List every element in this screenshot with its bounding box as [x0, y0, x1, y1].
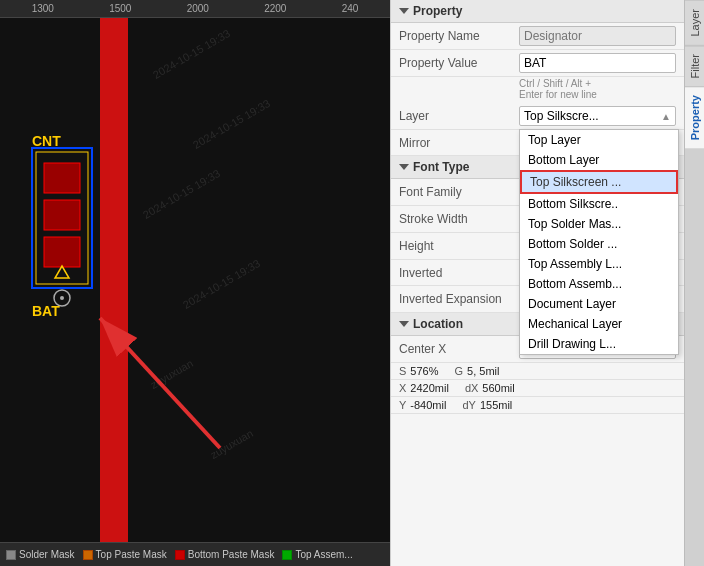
- canvas-content[interactable]: 2024-10-15 19:33 2024-10-15 19:33 2024-1…: [0, 18, 390, 542]
- property-value-value: [519, 53, 676, 73]
- ruler-mark: 2200: [264, 3, 286, 14]
- property-panel: Property Property Name Property Value Ct…: [390, 0, 684, 566]
- x-dx-row: X 2420mil dX 560mil: [391, 380, 684, 397]
- layer-dot: [6, 550, 16, 560]
- property-section-header: Property: [391, 0, 684, 23]
- dy-cell: dY 155mil: [462, 399, 512, 411]
- chevron-down-icon: ▲: [661, 111, 671, 122]
- x-key: X: [399, 382, 406, 394]
- ruler-top: 1300 1500 2000 2200 240: [0, 0, 390, 18]
- dropdown-item-mechanical-layer[interactable]: Mechanical Layer: [520, 314, 678, 334]
- property-name-value: [519, 26, 676, 46]
- collapse-icon[interactable]: [399, 321, 409, 327]
- s-g-row: S 576% G 5, 5mil: [391, 363, 684, 380]
- center-x-label: Center X: [399, 342, 519, 356]
- bottom-status-bar: Solder Mask Top Paste Mask Bottom Paste …: [0, 542, 390, 566]
- mirror-label: Mirror: [399, 136, 519, 150]
- g-cell: G 5, 5mil: [454, 365, 499, 377]
- property-section-label: Property: [413, 4, 462, 18]
- layer-label: Top Paste Mask: [96, 549, 167, 560]
- property-name-row: Property Name: [391, 23, 684, 50]
- dropdown-item-top-solder-mask[interactable]: Top Solder Mas...: [520, 214, 678, 234]
- s-cell: S 576%: [399, 365, 438, 377]
- layer-dot: [175, 550, 185, 560]
- dropdown-item-document-layer[interactable]: Document Layer: [520, 294, 678, 314]
- keyboard-hint: Ctrl / Shift / Alt +Enter for new line: [391, 77, 684, 103]
- collapse-icon[interactable]: [399, 8, 409, 14]
- tab-filter-label: Filter: [689, 54, 701, 78]
- x-val: 2420mil: [410, 382, 449, 394]
- tab-property-label: Property: [689, 95, 701, 140]
- y-dy-row: Y -840mil dY 155mil: [391, 397, 684, 414]
- layer-label: Layer: [399, 109, 519, 123]
- ruler-mark: 1300: [32, 3, 54, 14]
- y-key: Y: [399, 399, 406, 411]
- property-value-input[interactable]: [519, 53, 676, 73]
- height-label: Height: [399, 239, 519, 253]
- dropdown-item-bottom-layer[interactable]: Bottom Layer: [520, 150, 678, 170]
- layer-dropdown[interactable]: Top Silkscre... ▲: [519, 106, 676, 126]
- svg-rect-4: [44, 237, 80, 267]
- dx-val: 560mil: [482, 382, 514, 394]
- property-name-label: Property Name: [399, 29, 519, 43]
- dropdown-item-bottom-silkscreen[interactable]: Bottom Silkscre..: [520, 194, 678, 214]
- y-val: -840mil: [410, 399, 446, 411]
- x-cell: X 2420mil: [399, 382, 449, 394]
- layer-label: Bottom Paste Mask: [188, 549, 275, 560]
- layer-dropdown-value: Top Silkscre...: [524, 109, 599, 123]
- y-cell: Y -840mil: [399, 399, 446, 411]
- dropdown-item-top-layer[interactable]: Top Layer: [520, 130, 678, 150]
- ruler-mark: 240: [342, 3, 359, 14]
- property-value-label: Property Value: [399, 56, 519, 70]
- dropdown-item-top-silkscreen[interactable]: Top Silkscreen ...: [520, 170, 678, 194]
- tab-filter[interactable]: Filter: [685, 45, 704, 86]
- side-tabs: Layer Filter Property: [684, 0, 704, 566]
- layer-dot: [83, 550, 93, 560]
- dropdown-item-top-assembly[interactable]: Top Assembly L...: [520, 254, 678, 274]
- property-value-row: Property Value: [391, 50, 684, 77]
- tab-property[interactable]: Property: [685, 86, 704, 148]
- dx-cell: dX 560mil: [465, 382, 515, 394]
- property-name-input[interactable]: [519, 26, 676, 46]
- font-type-label: Font Type: [413, 160, 469, 174]
- dy-val: 155mil: [480, 399, 512, 411]
- tab-layer[interactable]: Layer: [685, 0, 704, 45]
- inverted-label: Inverted: [399, 266, 519, 280]
- tab-layer-label: Layer: [689, 9, 701, 37]
- collapse-icon[interactable]: [399, 164, 409, 170]
- layer-dot: [282, 550, 292, 560]
- layer-label: Solder Mask: [19, 549, 75, 560]
- layer-dropdown-menu: Top Layer Bottom Layer Top Silkscreen ..…: [519, 129, 679, 355]
- inverted-expansion-label: Inverted Expansion: [399, 292, 519, 306]
- canvas-area: 1300 1500 2000 2200 240 2024-10-15 19:33…: [0, 0, 390, 566]
- pcb-svg: [0, 18, 390, 542]
- g-val: 5, 5mil: [467, 365, 499, 377]
- bottom-item-solder-mask: Solder Mask: [6, 549, 75, 560]
- s-val: 576%: [410, 365, 438, 377]
- ruler-marks: 1300 1500 2000 2200 240: [4, 3, 386, 14]
- cnt-label: CNT: [32, 133, 61, 149]
- right-panel: Property Property Name Property Value Ct…: [390, 0, 704, 566]
- bottom-item-top-paste: Top Paste Mask: [83, 549, 167, 560]
- bottom-item-bottom-paste: Bottom Paste Mask: [175, 549, 275, 560]
- ruler-mark: 2000: [187, 3, 209, 14]
- font-family-label: Font Family: [399, 185, 519, 199]
- dropdown-item-bottom-assembly[interactable]: Bottom Assemb...: [520, 274, 678, 294]
- stroke-width-label: Stroke Width: [399, 212, 519, 226]
- dropdown-item-bottom-solder[interactable]: Bottom Solder ...: [520, 234, 678, 254]
- svg-point-6: [60, 296, 64, 300]
- dx-key: dX: [465, 382, 478, 394]
- dy-key: dY: [462, 399, 475, 411]
- ruler-mark: 1500: [109, 3, 131, 14]
- svg-rect-3: [44, 200, 80, 230]
- bottom-item-top-assem: Top Assem...: [282, 549, 352, 560]
- layer-row: Layer Top Silkscre... ▲ Top Layer Bottom…: [391, 103, 684, 130]
- s-key: S: [399, 365, 406, 377]
- dropdown-item-drill-drawing[interactable]: Drill Drawing L...: [520, 334, 678, 354]
- svg-marker-7: [55, 266, 69, 278]
- layer-label: Top Assem...: [295, 549, 352, 560]
- bat-label: BAT: [32, 303, 60, 319]
- svg-rect-2: [44, 163, 80, 193]
- g-key: G: [454, 365, 463, 377]
- location-section-label: Location: [413, 317, 463, 331]
